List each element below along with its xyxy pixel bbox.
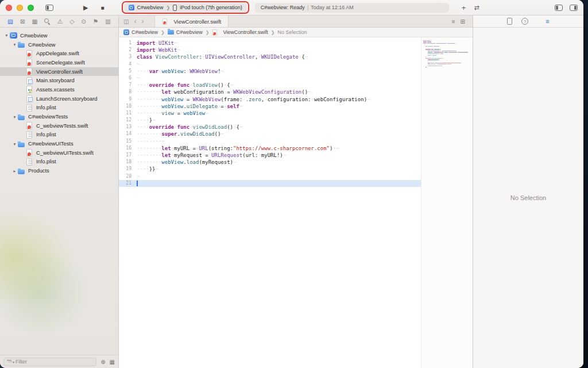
grid-icon[interactable]: ▦: [110, 359, 115, 365]
code-line-16[interactable]: 16········let·myURL·=·URL(string:"https:…: [119, 145, 421, 152]
source-editor[interactable]: 1import·UIKit¬2import·WebKit¬3class·View…: [119, 37, 421, 368]
code-line-5[interactable]: 5····var·webView:·WKWebView!¬: [119, 68, 421, 75]
line-number[interactable]: 11: [119, 110, 137, 117]
code-line-12[interactable]: 12····}¬: [119, 117, 421, 124]
sidebar-item-c-webviewuitests-swift[interactable]: C_webviewUITests.swift: [0, 148, 118, 158]
minimap[interactable]: [421, 37, 473, 368]
line-number[interactable]: 18: [119, 159, 137, 166]
back-icon[interactable]: ‹: [134, 17, 136, 25]
editor-arrows-icon[interactable]: ⇄: [474, 4, 479, 12]
symbol-navigator-icon[interactable]: ▦: [32, 18, 37, 25]
line-number[interactable]: 15: [119, 138, 137, 145]
line-number[interactable]: 13: [119, 124, 137, 131]
sidebar-item-launchscreen-storyboard[interactable]: LaunchScreen.storyboard: [0, 94, 118, 103]
code-line-14[interactable]: 14········super.viewDidLoad()¬: [119, 131, 421, 137]
editor-options-icon[interactable]: ≡: [452, 18, 455, 25]
code-line-9[interactable]: 9········webView·=·WKWebView(frame:·.zer…: [119, 96, 421, 103]
code-line-6[interactable]: 6¬: [119, 75, 421, 82]
minimize-button[interactable]: [17, 5, 23, 11]
forward-icon[interactable]: ›: [141, 17, 144, 25]
file-inspector-icon[interactable]: [507, 18, 512, 25]
stop-button[interactable]: ■: [100, 5, 104, 11]
line-number[interactable]: 20: [119, 173, 137, 180]
line-number[interactable]: 10: [119, 103, 137, 110]
code-line-8[interactable]: 8········let·webConfiguration·=·WKWebVie…: [119, 89, 421, 95]
code-line-4[interactable]: 4¬: [119, 61, 421, 68]
test-navigator-icon[interactable]: ◇: [69, 18, 74, 25]
filter-field[interactable]: ▾: [3, 358, 96, 366]
sidebar-item-info-plist[interactable]: Info.plist: [0, 103, 118, 113]
line-number[interactable]: 2: [119, 47, 137, 53]
sidebar-item-c-webviewuitests[interactable]: ▾C#webviewUITests: [0, 139, 118, 148]
code-line-3[interactable]: 3class·ViewController:·UIViewController,…: [119, 53, 421, 60]
toggle-inspector-icon[interactable]: [570, 5, 578, 11]
code-line-10[interactable]: 10········webView.uiDelegate·=·self¬: [119, 103, 421, 110]
breadcrumb-segment[interactable]: ViewController.swift: [212, 29, 268, 36]
sidebar-item-c-webviewtests-swift[interactable]: C_webviewTests.swift: [0, 121, 118, 131]
sidebar-item-assets-xcassets[interactable]: Assets.xcassets: [0, 85, 118, 94]
line-number[interactable]: 4: [119, 61, 137, 68]
sidebar-item-info-plist[interactable]: Info.plist: [0, 158, 118, 167]
project-navigator-icon[interactable]: ▤: [7, 18, 13, 25]
code-line-17[interactable]: 17········let·myRequest·=·URLRequest(url…: [119, 152, 421, 159]
disclosure-icon[interactable]: ▾: [11, 114, 18, 120]
sidebar-item-scenedelegate-swift[interactable]: SceneDelegate.swift: [0, 58, 118, 67]
breakpoint-navigator-icon[interactable]: ⚑: [93, 18, 98, 25]
source-control-icon[interactable]: ⊠: [20, 18, 25, 25]
sidebar-item-c-webviewtests[interactable]: ▾C#webviewTests: [0, 112, 118, 121]
disclosure-icon[interactable]: ▾: [11, 141, 18, 147]
close-button[interactable]: [6, 5, 12, 11]
code-line-15[interactable]: 15········¬: [119, 138, 421, 145]
plus-circle-icon[interactable]: ⊕: [100, 359, 105, 365]
line-number[interactable]: 7: [119, 82, 137, 89]
sidebar-item-main-storyboard[interactable]: Main.storyboard: [0, 76, 118, 85]
sidebar-item-appdelegate-swift[interactable]: AppDelegate.swift: [0, 49, 118, 58]
toggle-sidebar-icon[interactable]: [45, 5, 53, 11]
line-number[interactable]: 12: [119, 117, 137, 124]
breadcrumb-segment[interactable]: No Selection: [278, 29, 307, 35]
line-number[interactable]: 6: [119, 75, 137, 82]
breadcrumb-segment[interactable]: C#webview: [123, 29, 158, 35]
breadcrumb-segment[interactable]: C#webview: [168, 29, 203, 35]
code-line-11[interactable]: 11········view·=·webView¬: [119, 110, 421, 117]
run-button[interactable]: ▶: [83, 4, 88, 12]
disclosure-icon[interactable]: ▾: [11, 42, 18, 47]
line-number[interactable]: 3: [119, 53, 137, 60]
sidebar-item-products[interactable]: ▸Products: [0, 166, 118, 175]
code-line-21[interactable]: 21: [119, 180, 421, 187]
library-add-icon[interactable]: +: [462, 3, 466, 12]
quick-help-icon[interactable]: ?: [521, 18, 528, 25]
disclosure-icon[interactable]: ▾: [3, 33, 10, 38]
sliders-icon[interactable]: ≡: [546, 18, 549, 25]
filter-input[interactable]: [16, 359, 93, 365]
line-number[interactable]: 21: [119, 180, 137, 187]
line-number[interactable]: 9: [119, 96, 137, 103]
line-number[interactable]: 14: [119, 131, 137, 137]
zoom-button[interactable]: [28, 5, 34, 11]
code-line-1[interactable]: 1import·UIKit¬: [119, 40, 421, 47]
code-line-18[interactable]: 18········webView.load(myRequest)¬: [119, 159, 421, 166]
report-navigator-icon[interactable]: ▥: [105, 18, 111, 25]
sidebar-item-c-webview[interactable]: ▾C#webview: [0, 40, 118, 49]
sidebar-item-info-plist[interactable]: Info.plist: [0, 131, 118, 140]
line-number[interactable]: 17: [119, 152, 137, 159]
line-number[interactable]: 16: [119, 145, 137, 152]
tab-viewcontroller[interactable]: ViewController.swift: [154, 16, 229, 27]
line-number[interactable]: 5: [119, 68, 137, 75]
code-line-19[interactable]: 19····}}¬: [119, 166, 421, 172]
sidebar-item-viewcontroller-swift[interactable]: ViewController.swift: [0, 67, 118, 76]
find-icon[interactable]: [44, 18, 51, 25]
code-line-7[interactable]: 7····override·func·loadView()·{¬: [119, 82, 421, 89]
line-number[interactable]: 8: [119, 89, 137, 95]
related-items-icon[interactable]: ◫: [123, 18, 129, 25]
line-number[interactable]: 1: [119, 40, 137, 47]
add-editor-icon[interactable]: ⊞: [461, 18, 465, 25]
scheme-selector[interactable]: C#webview ❯ iPod touch (7th generation): [124, 3, 247, 12]
debug-navigator-icon[interactable]: ⊙: [81, 18, 86, 25]
code-line-2[interactable]: 2import·WebKit¬: [119, 47, 421, 53]
sidebar-item-c-webview[interactable]: ▾C#webview: [0, 31, 118, 40]
activity-view[interactable]: C#webview: Ready | Today at 12:16 AM: [255, 3, 449, 13]
toggle-navigator-icon[interactable]: [555, 5, 563, 11]
line-number[interactable]: 19: [119, 166, 137, 172]
code-line-13[interactable]: 13····override·func·viewDidLoad()·{¬: [119, 124, 421, 131]
